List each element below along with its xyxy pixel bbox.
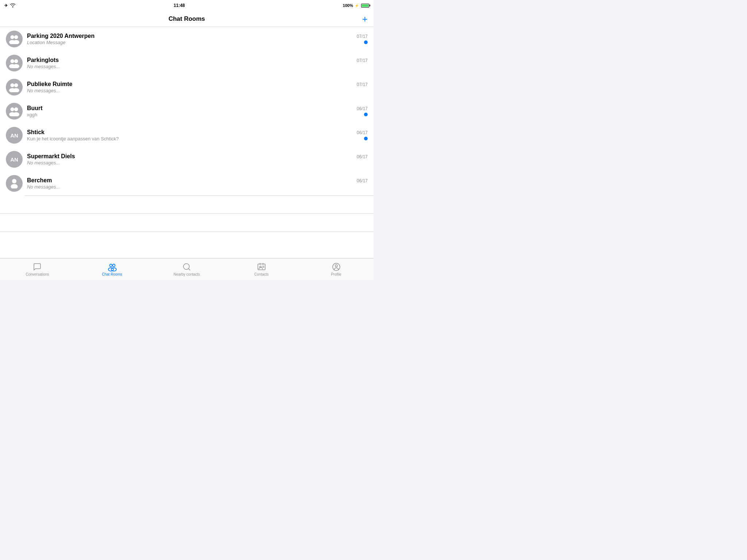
chat-info: Berchem No messages... <box>27 177 354 190</box>
chat-room-name: Buurt <box>27 105 354 112</box>
svg-point-0 <box>11 35 15 39</box>
tab-conversations[interactable]: Conversations <box>0 260 75 279</box>
tab-profile[interactable]: Profile <box>299 260 374 279</box>
person-avatar <box>6 175 23 192</box>
nearby-icon <box>182 262 191 272</box>
chatrooms-label: Chat Rooms <box>102 272 122 276</box>
chat-meta: 07/17 <box>357 34 368 44</box>
unread-indicator <box>364 137 368 140</box>
group-avatar <box>6 79 23 96</box>
chat-room-item[interactable]: Berchem No messages... 06/17 <box>0 171 374 195</box>
chat-room-item[interactable]: AN Supermarkt Diels No messages... 06/17 <box>0 147 374 171</box>
chatrooms-icon <box>107 262 117 272</box>
chat-info: Publieke Ruimte No messages... <box>27 81 354 93</box>
chat-preview: No messages... <box>27 184 354 190</box>
chat-preview: Kun je het icoontje aanpassen van Schtic… <box>27 136 354 141</box>
chat-room-name: Parking 2020 Antwerpen <box>27 33 354 39</box>
contacts-icon <box>257 262 266 272</box>
profile-icon <box>332 262 341 272</box>
empty-row <box>0 195 374 214</box>
add-room-button[interactable]: + <box>362 14 368 24</box>
tab-bar: Conversations Chat Rooms Nearby contacts… <box>0 258 374 280</box>
chat-date: 06/17 <box>357 106 368 111</box>
empty-row <box>0 214 374 232</box>
chat-room-item[interactable]: AN Shtick Kun je het icoontje aanpassen … <box>0 123 374 147</box>
svg-point-19 <box>113 264 115 267</box>
svg-point-31 <box>335 265 337 267</box>
chat-preview: xggh <box>27 112 354 117</box>
chat-date: 07/17 <box>357 82 368 87</box>
chat-info: Shtick Kun je het icoontje aanpassen van… <box>27 129 354 141</box>
chat-room-item[interactable]: Parkinglots No messages... 07/17 <box>0 51 374 75</box>
svg-point-1 <box>14 35 18 39</box>
status-bar-right: 100% ⚡ <box>343 3 369 8</box>
airplane-icon: ✈ <box>4 3 8 8</box>
status-bar-time: 11:48 <box>174 3 185 8</box>
chat-room-name: Parkinglots <box>27 57 354 63</box>
status-bar: ✈ 11:48 100% ⚡ <box>0 0 374 11</box>
group-avatar <box>6 31 23 47</box>
chat-info: Parking 2020 Antwerpen Location Message <box>27 33 354 45</box>
chat-date: 06/17 <box>357 130 368 135</box>
tab-nearby[interactable]: Nearby contacts <box>150 260 224 279</box>
chat-date: 07/17 <box>357 58 368 63</box>
chat-info: Parkinglots No messages... <box>27 57 354 69</box>
svg-point-9 <box>14 83 18 88</box>
charging-icon: ⚡ <box>355 4 359 8</box>
chat-date: 06/17 <box>357 154 368 159</box>
wifi-icon <box>10 3 16 8</box>
svg-point-13 <box>14 108 18 112</box>
contacts-label: Contacts <box>254 272 268 276</box>
svg-point-8 <box>11 83 15 88</box>
chat-room-item[interactable]: Parking 2020 Antwerpen Location Message … <box>0 27 374 51</box>
chat-meta: 06/17 <box>357 154 368 164</box>
chat-preview: No messages... <box>27 160 354 166</box>
svg-point-12 <box>11 108 15 112</box>
status-bar-left: ✈ <box>4 3 16 8</box>
chat-meta: 07/17 <box>357 58 368 68</box>
chat-preview: No messages... <box>27 88 354 93</box>
svg-point-18 <box>110 264 112 267</box>
svg-point-5 <box>14 59 18 63</box>
nav-header: Chat Rooms + <box>0 11 374 27</box>
group-avatar <box>6 55 23 71</box>
chat-room-item[interactable]: Publieke Ruimte No messages... 07/17 <box>0 75 374 99</box>
chat-info: Supermarkt Diels No messages... <box>27 153 354 166</box>
chat-info: Buurt xggh <box>27 105 354 117</box>
profile-label: Profile <box>331 272 341 276</box>
chat-room-name: Publieke Ruimte <box>27 81 354 88</box>
unread-indicator <box>364 113 368 116</box>
svg-line-23 <box>189 269 190 270</box>
chat-preview: Location Message <box>27 40 354 45</box>
unread-indicator <box>364 40 368 44</box>
tab-contacts[interactable]: Contacts <box>224 260 299 279</box>
chat-room-name: Berchem <box>27 177 354 184</box>
chat-meta: 06/17 <box>357 106 368 116</box>
chat-date: 06/17 <box>357 178 368 183</box>
group-avatar <box>6 103 23 120</box>
initials-avatar: AN <box>6 127 23 144</box>
svg-point-21 <box>111 268 116 271</box>
chat-date: 07/17 <box>357 34 368 39</box>
chat-meta: 06/17 <box>357 178 368 188</box>
conversations-icon <box>32 262 42 272</box>
chat-rooms-list: Parking 2020 Antwerpen Location Message … <box>0 27 374 258</box>
chat-meta: 07/17 <box>357 82 368 92</box>
tab-chatrooms[interactable]: Chat Rooms <box>75 260 150 279</box>
battery-percent: 100% <box>343 3 353 8</box>
svg-point-4 <box>11 59 15 63</box>
nearby-label: Nearby contacts <box>174 272 200 276</box>
battery-icon <box>361 4 369 8</box>
initials-avatar: AN <box>6 151 23 168</box>
chat-room-name: Shtick <box>27 129 354 136</box>
chat-preview: No messages... <box>27 64 354 69</box>
svg-point-16 <box>12 179 16 183</box>
svg-point-17 <box>11 184 18 188</box>
page-title: Chat Rooms <box>169 15 205 23</box>
chat-room-item[interactable]: Buurt xggh 06/17 <box>0 99 374 123</box>
chat-room-name: Supermarkt Diels <box>27 153 354 160</box>
chat-meta: 06/17 <box>357 130 368 140</box>
conversations-label: Conversations <box>26 272 49 276</box>
